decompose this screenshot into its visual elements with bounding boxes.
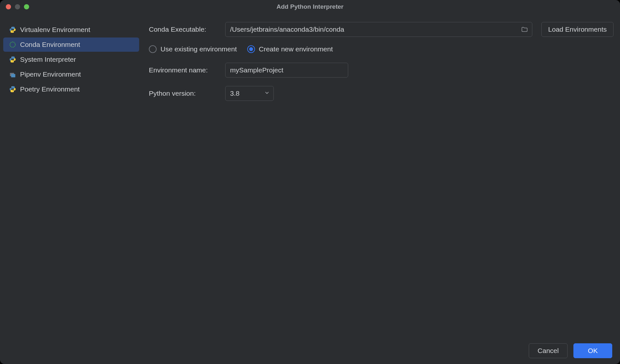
minimize-icon[interactable]	[15, 4, 20, 9]
conda-executable-row: Conda Executable: Load Environments	[149, 22, 614, 37]
radio-create-new[interactable]: Create new environment	[247, 45, 333, 53]
python-icon	[9, 26, 16, 33]
svg-rect-6	[11, 74, 15, 77]
svg-point-4	[13, 61, 14, 62]
python-icon	[9, 56, 16, 63]
titlebar: Add Python Interpreter	[0, 0, 620, 14]
radio-label: Create new environment	[259, 45, 333, 53]
python-icon	[9, 86, 16, 93]
python-version-select[interactable]	[225, 86, 274, 101]
window-controls	[6, 4, 29, 9]
sidebar-item-label: Poetry Environment	[20, 85, 80, 93]
svg-point-3	[11, 57, 12, 58]
sidebar-item-label: Virtualenv Environment	[20, 26, 90, 34]
sidebar-item-pipenv[interactable]: Pipenv Environment	[3, 67, 139, 81]
sidebar-item-virtualenv[interactable]: Virtualenv Environment	[3, 23, 139, 37]
main-panel: Conda Executable: Load Environments Use …	[149, 17, 614, 332]
dialog-footer: Cancel OK	[0, 338, 620, 364]
radio-label: Use existing environment	[161, 45, 237, 53]
sidebar-item-label: System Interpreter	[20, 56, 76, 63]
sidebar-item-system[interactable]: System Interpreter	[3, 52, 139, 67]
python-version-value[interactable]	[225, 86, 274, 101]
svg-point-0	[11, 27, 12, 28]
cancel-button[interactable]: Cancel	[529, 343, 568, 358]
radio-icon	[247, 45, 255, 53]
python-version-row: Python version:	[149, 86, 614, 101]
python-version-label: Python version:	[149, 90, 225, 97]
env-name-label: Environment name:	[149, 66, 225, 74]
env-name-row: Environment name:	[149, 63, 614, 78]
pipenv-icon	[9, 71, 16, 78]
env-name-input[interactable]	[225, 63, 348, 78]
dialog-window: Add Python Interpreter Virtualenv Enviro…	[0, 0, 620, 364]
content: Virtualenv Environment Conda Environment	[0, 14, 620, 338]
sidebar-item-label: Pipenv Environment	[20, 70, 81, 78]
sidebar-item-poetry[interactable]: Poetry Environment	[3, 82, 139, 96]
ok-button[interactable]: OK	[573, 343, 612, 358]
load-environments-button[interactable]: Load Environments	[541, 22, 614, 37]
conda-executable-label: Conda Executable:	[149, 26, 225, 33]
sidebar-item-label: Conda Environment	[20, 41, 80, 48]
conda-executable-input-wrap	[225, 22, 532, 37]
radio-use-existing[interactable]: Use existing environment	[149, 45, 237, 53]
svg-point-2	[10, 42, 16, 48]
folder-icon[interactable]	[521, 26, 528, 33]
svg-point-8	[13, 91, 14, 92]
sidebar: Virtualenv Environment Conda Environment	[3, 17, 139, 332]
conda-executable-input[interactable]	[225, 22, 532, 37]
window-title: Add Python Interpreter	[277, 3, 344, 10]
env-mode-radio-group: Use existing environment Create new envi…	[149, 45, 614, 53]
close-icon[interactable]	[6, 4, 11, 9]
svg-point-1	[13, 32, 14, 32]
radio-icon	[149, 45, 157, 53]
conda-icon	[9, 41, 16, 48]
maximize-icon[interactable]	[24, 4, 29, 9]
svg-point-7	[11, 87, 12, 87]
sidebar-item-conda[interactable]: Conda Environment	[3, 37, 139, 52]
